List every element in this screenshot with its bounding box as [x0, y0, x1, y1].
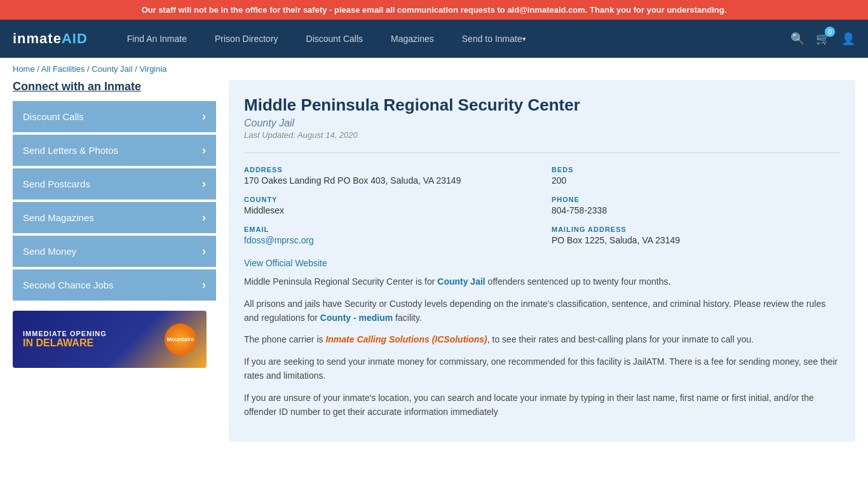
phone-label: PHONE [552, 196, 840, 203]
sidebar-btn-second-chance-jobs[interactable]: Second Chance Jobs › [13, 269, 216, 301]
sidebar-btn-send-magazines[interactable]: Send Magazines › [13, 202, 216, 233]
navbar-icons: 🔍 🛒 0 👤 [790, 32, 855, 46]
sidebar-btn-send-postcards[interactable]: Send Postcards › [13, 168, 216, 200]
facility-description: Middle Peninsula Regional Security Cente… [244, 274, 840, 419]
beds-block: BEDS 200 [552, 166, 840, 186]
beds-label: BEDS [552, 166, 840, 173]
email-label: EMAIL [244, 226, 532, 233]
search-icon[interactable]: 🔍 [790, 32, 804, 46]
brand-logo[interactable]: inmateAID [13, 30, 88, 47]
navbar: inmateAID Find An Inmate Prison Director… [0, 20, 868, 58]
desc-para-5: If you are unsure of your inmate's locat… [244, 391, 840, 419]
sidebar-btn-send-letters[interactable]: Send Letters & Photos › [13, 135, 216, 166]
nav-magazines[interactable]: Magazines [377, 20, 448, 58]
email-link[interactable]: fdoss@mprsc.org [244, 235, 314, 245]
facility-type: County Jail [244, 118, 840, 129]
view-website-link[interactable]: View Official Website [244, 258, 327, 268]
phone-block: PHONE 804-758-2338 [552, 196, 840, 215]
email-block: EMAIL fdoss@mprsc.org [244, 226, 532, 245]
ics-link[interactable]: Inmate Calling Solutions (ICSolutions) [325, 334, 487, 344]
breadcrumb-virginia[interactable]: Virginia [139, 64, 166, 74]
address-value: 170 Oakes Landing Rd PO Box 403, Saluda,… [244, 175, 532, 186]
logo-text: inmateAID [13, 30, 88, 47]
mailing-value: PO Box 1225, Saluda, VA 23149 [552, 235, 840, 245]
nav-prison-directory[interactable]: Prison Directory [201, 20, 292, 58]
county-label: COUNTY [244, 196, 532, 203]
chevron-right-icon: › [202, 211, 206, 224]
nav-find-inmate[interactable]: Find An Inmate [113, 20, 201, 58]
alert-text: Our staff will not be in the office for … [142, 5, 727, 15]
chevron-right-icon: › [202, 177, 206, 191]
sidebar-btn-second-chance-jobs-label: Second Chance Jobs [23, 280, 114, 290]
county-block: COUNTY Middlesex [244, 196, 532, 215]
ad-top-text: IMMEDIATE OPENING [23, 330, 107, 337]
desc-para-3: The phone carrier is Inmate Calling Solu… [244, 332, 840, 346]
facility-updated: Last Updated: August 14, 2020 [244, 130, 840, 140]
ad-logo: Mountaire [165, 323, 196, 355]
sidebar-ad[interactable]: IMMEDIATE OPENING IN DELAWARE Mountaire [13, 311, 207, 368]
cart-icon[interactable]: 🛒 0 [816, 32, 830, 46]
ad-main-text: IN DELAWARE [23, 337, 93, 349]
sidebar: Connect with an Inmate Discount Calls › … [13, 80, 216, 442]
desc-para-4: If you are seeking to send your inmate m… [244, 355, 840, 383]
address-block: ADDRESS 170 Oakes Landing Rd PO Box 403,… [244, 166, 532, 186]
facility-info-grid: ADDRESS 170 Oakes Landing Rd PO Box 403,… [244, 166, 840, 245]
chevron-right-icon: › [202, 110, 206, 123]
breadcrumb-all-facilities[interactable]: All Facilities [41, 64, 85, 74]
desc-para-2: All prisons and jails have Security or C… [244, 297, 840, 325]
beds-value: 200 [552, 175, 840, 186]
main-layout: Connect with an Inmate Discount Calls › … [0, 80, 868, 454]
alert-bar: Our staff will not be in the office for … [0, 0, 868, 20]
county-medium-link[interactable]: County - medium [320, 313, 393, 323]
nav-links: Find An Inmate Prison Directory Discount… [113, 20, 790, 58]
county-jail-link[interactable]: County Jail [437, 276, 485, 287]
nav-discount-calls[interactable]: Discount Calls [292, 20, 377, 58]
mailing-block: MAILING ADDRESS PO Box 1225, Saluda, VA … [552, 226, 840, 245]
phone-value: 804-758-2338 [552, 205, 840, 215]
user-icon[interactable]: 👤 [841, 32, 855, 46]
breadcrumb-county-jail[interactable]: County Jail [92, 64, 132, 74]
facility-title: Middle Peninsula Regional Security Cente… [244, 95, 840, 115]
divider [244, 152, 840, 153]
sidebar-btn-discount-calls-label: Discount Calls [23, 111, 84, 122]
address-label: ADDRESS [244, 166, 532, 173]
sidebar-btn-send-money-label: Send Money [23, 246, 76, 257]
sidebar-btn-send-money[interactable]: Send Money › [13, 236, 216, 267]
sidebar-title: Connect with an Inmate [13, 80, 216, 93]
sidebar-btn-discount-calls[interactable]: Discount Calls › [13, 101, 216, 132]
breadcrumb-home[interactable]: Home [13, 64, 35, 74]
sidebar-btn-send-letters-label: Send Letters & Photos [23, 145, 118, 156]
chevron-right-icon: › [202, 144, 206, 157]
sidebar-btn-send-magazines-label: Send Magazines [23, 212, 94, 223]
breadcrumb: Home / All Facilities / County Jail / Vi… [0, 58, 868, 80]
nav-send-to-inmate[interactable]: Send to Inmate [448, 20, 540, 58]
chevron-right-icon: › [202, 278, 206, 292]
facility-content: Middle Peninsula Regional Security Cente… [229, 80, 855, 442]
cart-count: 0 [825, 27, 835, 37]
county-value: Middlesex [244, 205, 532, 215]
chevron-right-icon: › [202, 245, 206, 258]
desc-para-1: Middle Peninsula Regional Security Cente… [244, 274, 840, 288]
sidebar-btn-send-postcards-label: Send Postcards [23, 179, 90, 189]
mailing-label: MAILING ADDRESS [552, 226, 840, 233]
